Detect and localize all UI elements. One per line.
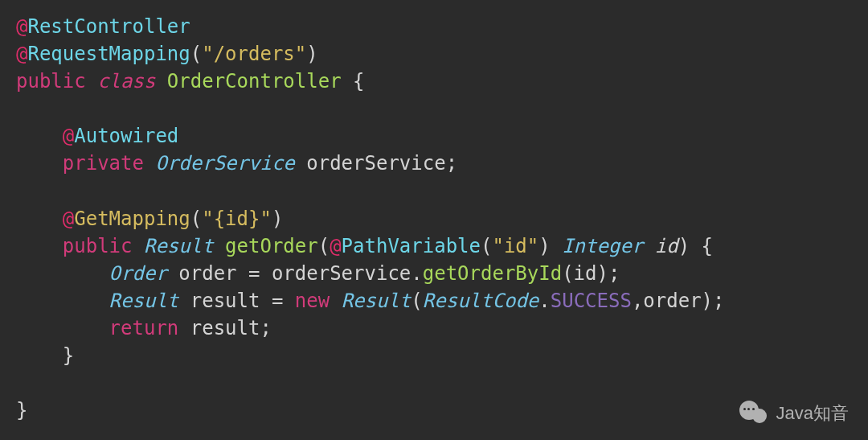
semicolon: ; <box>446 152 457 175</box>
code-block: @RestController @RequestMapping("/orders… <box>0 0 868 437</box>
keyword-class: class <box>97 70 155 93</box>
ref-orderservice: orderService <box>272 262 411 285</box>
method-getorder: getOrder <box>225 235 318 257</box>
ctor-result: Result <box>342 290 411 312</box>
paren: ) <box>306 43 317 65</box>
annotation-restcontroller: RestController <box>27 15 190 38</box>
paren: ) <box>597 262 608 285</box>
annotation-pathvariable: PathVariable <box>342 235 481 257</box>
paren: ( <box>481 235 492 257</box>
equals: = <box>248 262 260 285</box>
paren: ( <box>318 235 330 257</box>
annotation-at: @ <box>16 15 27 38</box>
call-getorderbyid: getOrderById <box>423 262 562 285</box>
arg-order: order <box>643 290 701 312</box>
watermark-text: Java知音 <box>776 401 849 426</box>
comma: , <box>632 290 643 312</box>
indent-guide <box>63 317 109 339</box>
semicolon: ; <box>608 262 620 285</box>
paren: ( <box>190 43 202 65</box>
string-literal: "{id}" <box>202 208 272 230</box>
class-name: OrderController <box>167 70 342 93</box>
var-order: order <box>178 262 236 285</box>
string-literal: "id" <box>492 235 538 257</box>
var-result: result <box>190 290 260 312</box>
dot: . <box>538 290 550 312</box>
type-result: Result <box>109 290 179 312</box>
enum-success: SUCCESS <box>551 290 632 312</box>
annotation-requestmapping: RequestMapping <box>27 43 190 65</box>
type-integer: Integer <box>562 235 643 257</box>
paren: ( <box>562 262 573 285</box>
watermark: Java知音 <box>739 401 849 426</box>
type-orderservice: OrderService <box>155 152 294 175</box>
dot: . <box>411 262 422 285</box>
type-order: Order <box>109 262 167 285</box>
field-orderservice: orderService <box>306 152 445 175</box>
annotation-at: @ <box>63 125 74 147</box>
type-result: Result <box>144 235 214 257</box>
brace: { <box>353 70 364 93</box>
arg-id: id <box>574 262 597 285</box>
paren: ( <box>411 290 422 312</box>
indent-guide <box>63 262 109 285</box>
brace: } <box>16 399 27 421</box>
keyword-public: public <box>63 235 133 257</box>
enum-resultcode: ResultCode <box>423 290 539 312</box>
ret-result: result <box>190 317 260 339</box>
paren: ( <box>190 208 202 230</box>
keyword-return: return <box>109 317 179 339</box>
paren: ) <box>272 208 283 230</box>
keyword-public: public <box>16 70 86 93</box>
annotation-at: @ <box>330 235 341 257</box>
wechat-icon <box>739 401 770 425</box>
semicolon: ; <box>260 317 271 339</box>
paren: ) <box>678 235 690 257</box>
annotation-autowired: Autowired <box>74 125 178 147</box>
annotation-at: @ <box>16 43 27 65</box>
brace: } <box>63 344 74 367</box>
indent-guide <box>63 290 109 312</box>
brace: { <box>702 235 713 257</box>
annotation-getmapping: GetMapping <box>74 208 190 230</box>
equals: = <box>272 290 283 312</box>
string-literal: "/orders" <box>202 43 306 65</box>
paren: ) <box>538 235 550 257</box>
paren: ) <box>702 290 713 312</box>
param-id: id <box>655 235 678 257</box>
keyword-private: private <box>63 152 144 175</box>
semicolon: ; <box>713 290 724 312</box>
annotation-at: @ <box>63 208 74 230</box>
keyword-new: new <box>295 290 330 312</box>
